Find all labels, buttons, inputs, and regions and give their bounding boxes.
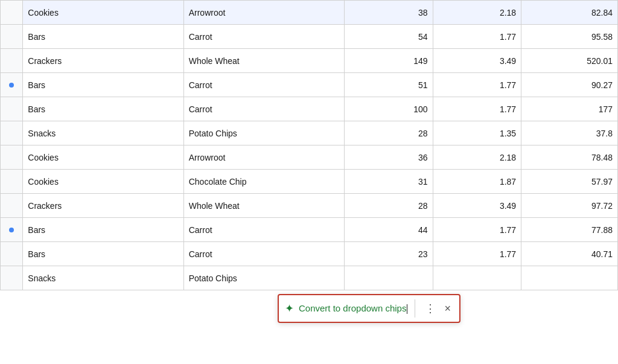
sparkle-icon: ✦ xyxy=(285,302,294,315)
category-cell[interactable]: Crackers xyxy=(23,49,183,73)
table-row: BarsCarrot231.7740.71 xyxy=(1,242,618,266)
data-table: CookiesArrowroot382.1882.84BarsCarrot541… xyxy=(0,0,618,290)
num3-cell[interactable]: 82.84 xyxy=(521,1,618,25)
num3-cell[interactable]: 177 xyxy=(521,97,618,121)
category-cell[interactable]: Bars xyxy=(23,73,183,97)
num1-cell[interactable]: 54 xyxy=(345,25,433,49)
num2-cell[interactable]: 2.18 xyxy=(433,145,521,170)
table-row: BarsCarrot441.7777.88 xyxy=(1,218,618,242)
row-indicator-cell xyxy=(1,25,23,49)
table-row: CrackersWhole Wheat1493.49520.01 xyxy=(1,49,618,73)
num1-cell[interactable]: 28 xyxy=(345,194,433,218)
subcategory-cell[interactable]: Chocolate Chip xyxy=(183,170,344,194)
row-indicator-cell xyxy=(1,49,23,73)
num1-cell[interactable]: 28 xyxy=(345,121,433,145)
popup-divider xyxy=(415,299,415,318)
subcategory-cell[interactable]: Carrot xyxy=(183,242,344,266)
num3-cell[interactable]: 57.97 xyxy=(521,170,618,194)
num3-cell[interactable]: 78.48 xyxy=(521,145,618,170)
num1-cell[interactable]: 44 xyxy=(345,218,433,242)
num2-cell[interactable] xyxy=(433,266,521,290)
num2-cell[interactable]: 1.35 xyxy=(433,121,521,145)
row-indicator-cell xyxy=(1,218,23,242)
subcategory-cell[interactable]: Arrowroot xyxy=(183,145,344,170)
subcategory-cell[interactable]: Arrowroot xyxy=(183,1,344,25)
convert-popup[interactable]: ✦ Convert to dropdown chips ⋮ × xyxy=(278,294,460,323)
num2-cell[interactable]: 1.77 xyxy=(433,218,521,242)
num3-cell[interactable]: 90.27 xyxy=(521,73,618,97)
num3-cell[interactable] xyxy=(521,266,618,290)
category-cell[interactable]: Cookies xyxy=(23,145,183,170)
subcategory-cell[interactable]: Carrot xyxy=(183,25,344,49)
subcategory-cell[interactable]: Whole Wheat xyxy=(183,49,344,73)
row-indicator-cell xyxy=(1,170,23,194)
category-cell[interactable]: Bars xyxy=(23,218,183,242)
popup-label-text: Convert to dropdown chips xyxy=(299,303,406,313)
row-indicator-cell xyxy=(1,145,23,170)
num1-cell[interactable]: 51 xyxy=(345,73,433,97)
category-cell[interactable]: Bars xyxy=(23,25,183,49)
row-indicator-cell xyxy=(1,194,23,218)
category-cell[interactable]: Crackers xyxy=(23,194,183,218)
table-row: BarsCarrot541.7795.58 xyxy=(1,25,618,49)
subcategory-cell[interactable]: Whole Wheat xyxy=(183,194,344,218)
row-indicator-cell xyxy=(1,1,23,25)
num3-cell[interactable]: 520.01 xyxy=(521,49,618,73)
num2-cell[interactable]: 1.77 xyxy=(433,242,521,266)
category-cell[interactable]: Cookies xyxy=(23,1,183,25)
num1-cell[interactable]: 100 xyxy=(345,97,433,121)
table-row: BarsCarrot511.7790.27 xyxy=(1,73,618,97)
num1-cell[interactable] xyxy=(345,266,433,290)
subcategory-cell[interactable]: Potato Chips xyxy=(183,266,344,290)
num3-cell[interactable]: 40.71 xyxy=(521,242,618,266)
row-indicator-cell xyxy=(1,73,23,97)
num2-cell[interactable]: 3.49 xyxy=(433,49,521,73)
category-cell[interactable]: Cookies xyxy=(23,170,183,194)
num2-cell[interactable]: 3.49 xyxy=(433,194,521,218)
num2-cell[interactable]: 2.18 xyxy=(433,1,521,25)
subcategory-cell[interactable]: Potato Chips xyxy=(183,121,344,145)
row-indicator-cell xyxy=(1,121,23,145)
row-indicator-cell xyxy=(1,97,23,121)
row-indicator-cell xyxy=(1,242,23,266)
table-row: CookiesChocolate Chip311.8757.97 xyxy=(1,170,618,194)
popup-label: Convert to dropdown chips xyxy=(299,303,407,314)
num1-cell[interactable]: 23 xyxy=(345,242,433,266)
num3-cell[interactable]: 95.58 xyxy=(521,25,618,49)
table-row: CookiesArrowroot362.1878.48 xyxy=(1,145,618,170)
num3-cell[interactable]: 97.72 xyxy=(521,194,618,218)
table-row: CookiesArrowroot382.1882.84 xyxy=(1,1,618,25)
spreadsheet-container: CookiesArrowroot382.1882.84BarsCarrot541… xyxy=(0,0,618,364)
num1-cell[interactable]: 149 xyxy=(345,49,433,73)
popup-more-button[interactable]: ⋮ xyxy=(422,301,438,316)
num3-cell[interactable]: 77.88 xyxy=(521,218,618,242)
category-cell[interactable]: Bars xyxy=(23,97,183,121)
num1-cell[interactable]: 38 xyxy=(345,1,433,25)
category-cell[interactable]: Bars xyxy=(23,242,183,266)
category-cell[interactable]: Snacks xyxy=(23,121,183,145)
blue-dot-indicator xyxy=(9,228,14,232)
row-indicator-cell xyxy=(1,266,23,290)
blue-dot-indicator xyxy=(9,83,14,88)
num2-cell[interactable]: 1.77 xyxy=(433,73,521,97)
table-row: CrackersWhole Wheat283.4997.72 xyxy=(1,194,618,218)
table-row: SnacksPotato Chips281.3537.8 xyxy=(1,121,618,145)
category-cell[interactable]: Snacks xyxy=(23,266,183,290)
subcategory-cell[interactable]: Carrot xyxy=(183,218,344,242)
table-row: SnacksPotato Chips xyxy=(1,266,618,290)
table-row: BarsCarrot1001.77177 xyxy=(1,97,618,121)
num3-cell[interactable]: 37.8 xyxy=(521,121,618,145)
text-cursor xyxy=(407,304,407,314)
popup-actions: ⋮ × xyxy=(422,301,453,316)
num2-cell[interactable]: 1.87 xyxy=(433,170,521,194)
subcategory-cell[interactable]: Carrot xyxy=(183,73,344,97)
num2-cell[interactable]: 1.77 xyxy=(433,97,521,121)
popup-close-button[interactable]: × xyxy=(442,301,453,316)
num1-cell[interactable]: 31 xyxy=(345,170,433,194)
num2-cell[interactable]: 1.77 xyxy=(433,25,521,49)
num1-cell[interactable]: 36 xyxy=(345,145,433,170)
subcategory-cell[interactable]: Carrot xyxy=(183,97,344,121)
